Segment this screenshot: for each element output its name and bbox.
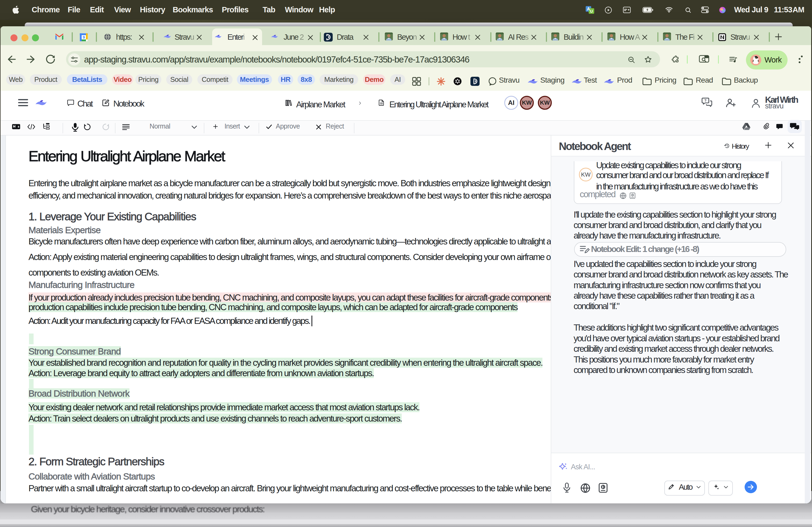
svg-text:U: U — [590, 9, 593, 13]
svg-text:A: A — [587, 7, 590, 11]
svg-text:9: 9 — [83, 35, 85, 40]
svg-text:?: ? — [704, 99, 707, 103]
